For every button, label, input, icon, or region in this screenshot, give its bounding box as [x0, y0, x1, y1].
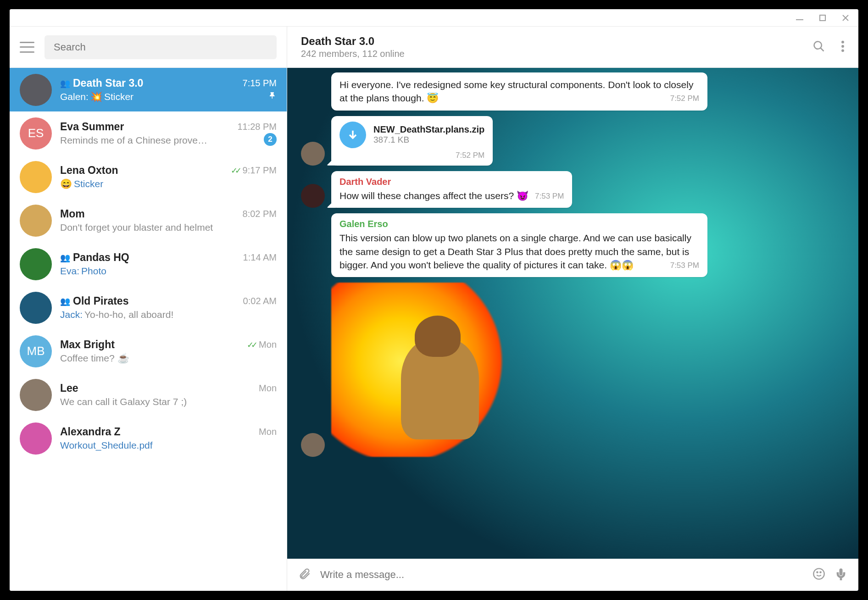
compose-bar	[287, 559, 858, 591]
message-sender: Galen Erso	[339, 219, 699, 229]
message-row: Hi everyone. I've redesigned some key st…	[301, 72, 845, 111]
svg-point-7	[817, 572, 818, 572]
chat-name: Max Bright	[60, 339, 115, 351]
message-time: 7:52 PM	[670, 94, 699, 103]
search-input[interactable]	[54, 41, 267, 53]
svg-point-5	[841, 49, 844, 52]
message-text: How will these changes affect the users?…	[339, 190, 529, 201]
message-time: 7:52 PM	[456, 151, 484, 160]
chat-item[interactable]: Mom8:02 PMDon't forget your blaster and …	[10, 199, 287, 242]
avatar	[20, 248, 52, 280]
chat-item[interactable]: 👥Old Pirates0:02 AMJack: Yo-ho-ho, all a…	[10, 286, 287, 329]
chat-subtitle: 242 members, 112 online	[301, 49, 812, 59]
sticker[interactable]	[331, 283, 506, 457]
chat-name: Eva Summer	[60, 121, 124, 133]
group-icon: 👥	[60, 296, 70, 306]
chat-item[interactable]: MBMax Bright✓✓MonCoffee time? ☕	[10, 329, 287, 373]
chat-time: 8:02 PM	[243, 209, 277, 219]
message-avatar	[301, 142, 325, 166]
message-time: 7:53 PM	[535, 192, 564, 201]
avatar	[20, 161, 52, 193]
chat-item-body: Alexandra ZMonWorkout_Shedule.pdf	[60, 426, 277, 451]
chat-item[interactable]: Lena Oxton✓✓9:17 PM😄 Sticker	[10, 155, 287, 199]
download-icon[interactable]	[339, 122, 366, 148]
main-area: 👥Death Star 3.07:15 PMGalen: 💥 StickerES…	[10, 27, 858, 591]
message-bubble[interactable]: Galen ErsoThis version can blow up two p…	[331, 213, 707, 277]
chat-item-body: 👥Pandas HQ1:14 AMEva: Photo	[60, 251, 277, 277]
chat-preview: Workout_Shedule.pdf	[60, 440, 153, 451]
chat-item-body: 👥Old Pirates0:02 AMJack: Yo-ho-ho, all a…	[60, 295, 277, 320]
minimize-icon[interactable]	[795, 13, 804, 22]
chat-header[interactable]: Death Star 3.0 242 members, 112 online	[287, 27, 858, 68]
svg-rect-1	[820, 15, 825, 21]
svg-point-2	[814, 41, 822, 49]
search-icon[interactable]	[812, 40, 825, 55]
chat-preview: Coffee time? ☕	[60, 353, 129, 364]
compose-input[interactable]	[320, 569, 803, 581]
message-row: Darth VaderHow will these changes affect…	[301, 171, 845, 208]
more-icon[interactable]	[841, 40, 845, 55]
chat-list[interactable]: 👥Death Star 3.07:15 PMGalen: 💥 StickerES…	[10, 68, 287, 591]
sidebar: 👥Death Star 3.07:15 PMGalen: 💥 StickerES…	[10, 27, 287, 591]
chat-item[interactable]: 👥Death Star 3.07:15 PMGalen: 💥 Sticker	[10, 68, 287, 111]
app-window: 👥Death Star 3.07:15 PMGalen: 💥 StickerES…	[10, 9, 858, 591]
svg-point-3	[841, 40, 844, 43]
menu-icon[interactable]	[20, 42, 34, 53]
chat-item-body: 👥Death Star 3.07:15 PMGalen: 💥 Sticker	[60, 77, 277, 102]
chat-time: 7:15 PM	[243, 78, 277, 89]
chat-item[interactable]: 👥Pandas HQ1:14 AMEva: Photo	[10, 242, 287, 286]
chat-header-info: Death Star 3.0 242 members, 112 online	[301, 35, 812, 59]
pin-icon	[268, 91, 277, 101]
chat-item-body: Mom8:02 PMDon't forget your blaster and …	[60, 208, 277, 233]
window-titlebar	[10, 9, 858, 27]
message-row: Galen ErsoThis version can blow up two p…	[301, 213, 845, 277]
close-icon[interactable]	[841, 13, 850, 22]
message-row: NEW_DeathStar.plans.zip387.1 KB7:52 PM	[301, 116, 845, 166]
file-name: NEW_DeathStar.plans.zip	[373, 124, 484, 135]
header-actions	[812, 40, 845, 55]
message-bubble[interactable]: Hi everyone. I've redesigned some key st…	[331, 72, 707, 111]
message-time: 7:53 PM	[670, 261, 699, 270]
svg-point-8	[820, 572, 821, 572]
chat-item-body: Max Bright✓✓MonCoffee time? ☕	[60, 339, 277, 364]
message-list[interactable]: Hi everyone. I've redesigned some key st…	[287, 68, 858, 559]
chat-item-body: Lena Oxton✓✓9:17 PM😄 Sticker	[60, 164, 277, 189]
emoji-icon[interactable]	[812, 567, 825, 582]
chat-preview: Eva: Photo	[60, 266, 106, 277]
message-avatar	[301, 433, 325, 457]
attach-icon[interactable]	[298, 567, 311, 582]
chat-item[interactable]: LeeMonWe can call it Galaxy Star 7 ;)	[10, 373, 287, 417]
chat-time: 1:14 AM	[243, 252, 277, 263]
chat-name: 👥Pandas HQ	[60, 251, 129, 264]
chat-item[interactable]: ESEva Summer11:28 PMReminds me of a Chin…	[10, 111, 287, 155]
chat-time: 11:28 PM	[237, 122, 277, 132]
chat-title: Death Star 3.0	[301, 35, 812, 48]
conversation-pane: Death Star 3.0 242 members, 112 online H…	[287, 27, 858, 591]
chat-preview: Galen: 💥 Sticker	[60, 91, 134, 102]
read-checks-icon: ✓✓	[231, 166, 239, 176]
mic-icon[interactable]	[835, 567, 847, 582]
chat-name: Alexandra Z	[60, 426, 121, 438]
maximize-icon[interactable]	[818, 13, 827, 22]
chat-preview: Jack: Yo-ho-ho, all aboard!	[60, 309, 173, 320]
avatar: MB	[20, 335, 52, 367]
avatar	[20, 422, 52, 455]
message-row	[301, 283, 845, 457]
chat-name: 👥Old Pirates	[60, 295, 128, 307]
message-text: Hi everyone. I've redesigned some key st…	[339, 79, 693, 103]
sidebar-header	[10, 27, 287, 68]
chat-item-body: LeeMonWe can call it Galaxy Star 7 ;)	[60, 382, 277, 407]
message-bubble[interactable]: Darth VaderHow will these changes affect…	[331, 171, 572, 208]
search-box[interactable]	[45, 35, 277, 59]
svg-point-4	[841, 45, 844, 48]
chat-name: 👥Death Star 3.0	[60, 77, 143, 89]
file-size: 387.1 KB	[373, 135, 484, 145]
group-icon: 👥	[60, 253, 70, 263]
chat-item[interactable]: Alexandra ZMonWorkout_Shedule.pdf	[10, 417, 287, 460]
message-bubble[interactable]: NEW_DeathStar.plans.zip387.1 KB7:52 PM	[331, 116, 493, 166]
chat-name: Lee	[60, 382, 78, 394]
chat-time: Mon	[259, 339, 277, 350]
avatar	[20, 292, 52, 324]
avatar	[20, 379, 52, 411]
read-checks-icon: ✓✓	[247, 340, 255, 350]
